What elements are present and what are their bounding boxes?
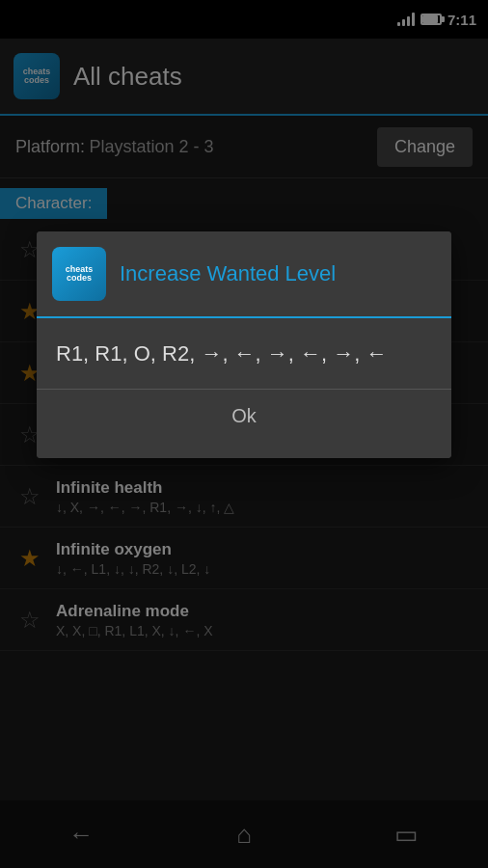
dialog-ok-button[interactable]: Ok	[56, 390, 432, 443]
dialog-cheat-code: R1, R1, O, R2, →, ←, →, ←, →, ←	[56, 338, 432, 369]
dialog-title: Increase Wanted Level	[120, 261, 336, 286]
dialog-overlay: cheats codes Increase Wanted Level R1, R…	[0, 0, 488, 868]
dialog-app-icon: cheats codes	[52, 247, 106, 301]
dialog-body: R1, R1, O, R2, →, ←, →, ←, →, ← Ok	[37, 318, 451, 458]
dialog: cheats codes Increase Wanted Level R1, R…	[37, 231, 451, 458]
dialog-icon-text-bottom: codes	[67, 274, 92, 283]
dialog-header: cheats codes Increase Wanted Level	[37, 231, 451, 318]
